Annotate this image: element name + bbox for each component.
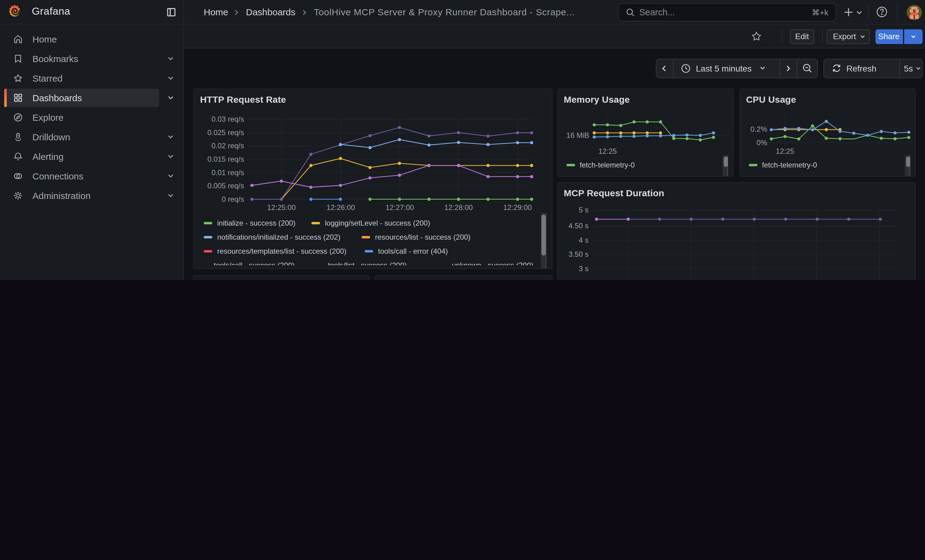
- svg-text:0.02 req/s: 0.02 req/s: [211, 141, 244, 150]
- svg-text:0 req/s: 0 req/s: [222, 195, 244, 203]
- svg-text:12:29:00: 12:29:00: [503, 203, 532, 211]
- svg-text:3 s: 3 s: [579, 264, 588, 272]
- svg-text:12:28:00: 12:28:00: [444, 203, 473, 211]
- svg-text:12:26:00: 12:26:00: [326, 203, 355, 211]
- svg-text:0.03 req/s: 0.03 req/s: [211, 115, 244, 123]
- svg-text:3.50 s: 3.50 s: [568, 250, 588, 258]
- svg-text:0.015 req/s: 0.015 req/s: [207, 155, 244, 163]
- svg-text:4 s: 4 s: [579, 236, 588, 244]
- svg-text:0%: 0%: [756, 138, 767, 146]
- svg-text:16 MiB: 16 MiB: [566, 131, 589, 139]
- svg-text:5 s: 5 s: [579, 206, 588, 214]
- svg-text:12:25:00: 12:25:00: [267, 203, 295, 211]
- svg-text:12:25: 12:25: [598, 147, 616, 155]
- svg-text:0.01 req/s: 0.01 req/s: [211, 168, 244, 176]
- svg-text:0.005 req/s: 0.005 req/s: [207, 181, 244, 189]
- svg-text:4.50 s: 4.50 s: [568, 221, 588, 230]
- svg-text:0.2%: 0.2%: [750, 125, 767, 133]
- svg-text:2.50 s: 2.50 s: [568, 278, 588, 280]
- svg-text:12:27:00: 12:27:00: [386, 203, 414, 211]
- svg-text:0.025 req/s: 0.025 req/s: [207, 128, 244, 136]
- svg-text:12:25: 12:25: [776, 147, 794, 155]
